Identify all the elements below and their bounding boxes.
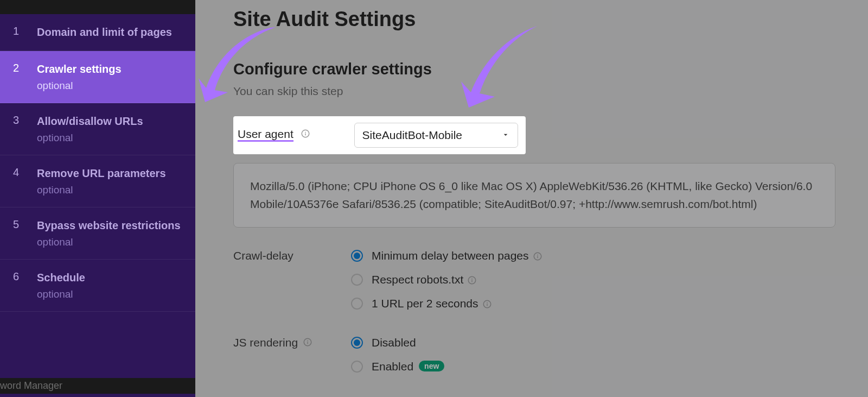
- option-text: Minimum delay between pages: [372, 249, 529, 262]
- crawl-delay-option-robots[interactable]: Respect robots.txt: [351, 273, 868, 286]
- step-title: Remove URL parameters: [37, 166, 187, 181]
- user-agent-label-text: User agent: [238, 128, 293, 142]
- settings-main-panel: Site Audit Settings Configure crawler se…: [195, 0, 868, 397]
- step-allow-disallow-urls[interactable]: 3 Allow/disallow URLs optional: [0, 103, 195, 155]
- settings-steps-sidebar: 1 Domain and limit of pages 2 Crawler se…: [0, 0, 195, 397]
- step-title: Crawler settings: [37, 62, 187, 77]
- info-icon[interactable]: [302, 337, 313, 348]
- step-subtitle: optional: [37, 236, 187, 248]
- section-title: Configure crawler settings: [233, 60, 868, 78]
- info-icon[interactable]: [300, 128, 311, 139]
- js-rendering-label: JS rendering: [233, 336, 351, 384]
- radio-icon: [351, 361, 363, 373]
- step-title: Schedule: [37, 270, 187, 285]
- info-icon[interactable]: [532, 251, 543, 262]
- step-number: 2: [13, 62, 37, 74]
- step-number: 3: [13, 114, 37, 127]
- step-domain-and-limit[interactable]: 1 Domain and limit of pages: [0, 14, 195, 51]
- info-icon[interactable]: [467, 275, 477, 286]
- sidebar-top-strip: [0, 0, 195, 14]
- user-agent-select[interactable]: SiteAuditBot-Mobile: [354, 123, 518, 148]
- step-subtitle: optional: [37, 288, 187, 300]
- step-number: 1: [13, 25, 37, 37]
- step-remove-url-parameters[interactable]: 4 Remove URL parameters optional: [0, 155, 195, 207]
- step-crawler-settings[interactable]: 2 Crawler settings optional: [0, 51, 195, 103]
- user-agent-string-box: Mozilla/5.0 (iPhone; CPU iPhone OS 6_0 l…: [233, 163, 835, 228]
- crawl-delay-group: Crawl-delay Minimum delay between pages …: [233, 249, 868, 321]
- step-title: Domain and limit of pages: [37, 25, 187, 40]
- sidebar-footer-text: word Manager: [0, 378, 195, 394]
- option-text: Respect robots.txt: [372, 273, 463, 286]
- js-rendering-option-disabled[interactable]: Disabled: [351, 336, 868, 349]
- step-bypass-restrictions[interactable]: 5 Bypass website restrictions optional: [0, 207, 195, 260]
- page-title: Site Audit Settings: [233, 0, 868, 31]
- step-number: 5: [13, 218, 37, 231]
- crawl-delay-option-1per2[interactable]: 1 URL per 2 seconds: [351, 297, 868, 310]
- step-subtitle: optional: [37, 80, 187, 92]
- crawl-delay-label: Crawl-delay: [233, 249, 351, 321]
- option-text: Disabled: [372, 336, 416, 349]
- radio-icon: [351, 250, 363, 262]
- step-title: Bypass website restrictions: [37, 218, 187, 233]
- crawl-delay-option-minimum[interactable]: Minimum delay between pages: [351, 249, 868, 262]
- step-number: 6: [13, 270, 37, 283]
- chevron-down-icon: [501, 129, 510, 142]
- radio-icon: [351, 337, 363, 349]
- js-rendering-option-enabled[interactable]: Enabled new: [351, 360, 868, 373]
- step-subtitle: optional: [37, 184, 187, 196]
- radio-icon: [351, 298, 363, 310]
- option-text: 1 URL per 2 seconds: [372, 297, 478, 310]
- radio-icon: [351, 274, 363, 286]
- skip-hint: You can skip this step: [233, 85, 868, 98]
- step-subtitle: optional: [37, 132, 187, 144]
- user-agent-label: User agent: [237, 125, 313, 145]
- user-agent-selected: SiteAuditBot-Mobile: [362, 129, 462, 142]
- new-badge: new: [419, 361, 444, 371]
- option-text: Enabled: [372, 360, 413, 373]
- step-number: 4: [13, 166, 37, 179]
- step-schedule[interactable]: 6 Schedule optional: [0, 260, 195, 312]
- info-icon[interactable]: [482, 299, 493, 310]
- step-title: Allow/disallow URLs: [37, 114, 187, 129]
- user-agent-row: User agent SiteAuditBot-Mobile: [233, 116, 526, 154]
- js-rendering-group: JS rendering Disabled Enabled new: [233, 336, 868, 384]
